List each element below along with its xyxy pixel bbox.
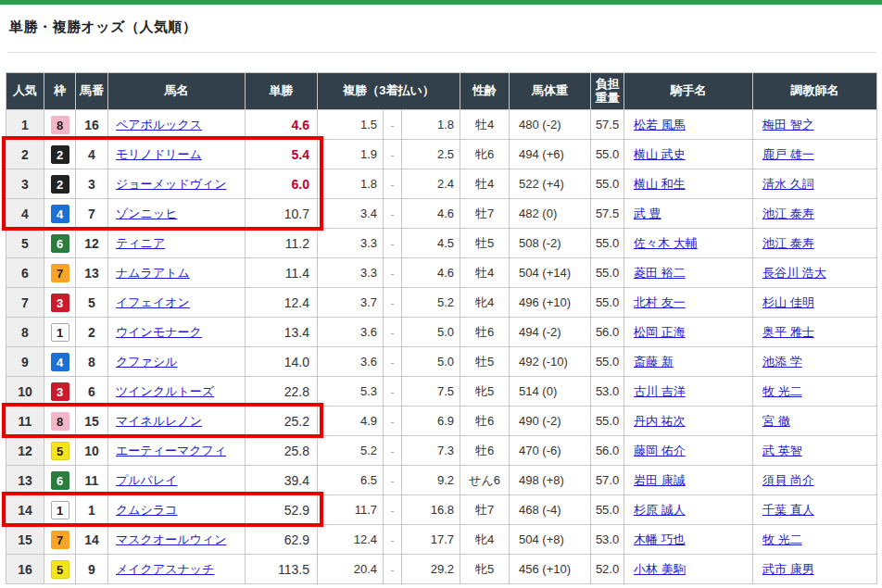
jockey-link[interactable]: 松若 風馬 — [634, 118, 686, 131]
win-odds-value: 6.0 — [246, 169, 318, 199]
frame-number-badge: 6 — [51, 471, 69, 490]
jockey-link[interactable]: 横山 武史 — [634, 147, 686, 161]
trainer-link[interactable]: 須貝 尚介 — [762, 473, 814, 487]
horse-name-link[interactable]: ペアポルックス — [116, 118, 202, 131]
trainer-cell: 牧 光二 — [753, 377, 877, 407]
sex-age: 牝5 — [460, 377, 510, 407]
jockey-link[interactable]: 丹内 祐次 — [634, 414, 686, 428]
horse-name-link[interactable]: モリノドリーム — [116, 147, 202, 161]
trainer-link[interactable]: 梅田 智之 — [762, 118, 814, 131]
horse-name-cell: ナムラアトム — [108, 258, 246, 288]
trainer-cell: 池江 泰寿 — [753, 199, 877, 229]
jockey-link[interactable]: 杉原 誠人 — [634, 503, 686, 517]
trainer-link[interactable]: 武市 康男 — [762, 562, 814, 576]
horse-name-link[interactable]: プルパレイ — [116, 473, 178, 487]
horse-weight: 522 (+4) — [510, 169, 591, 199]
jockey-link[interactable]: 斎藤 新 — [634, 355, 674, 369]
frame-number-cell: 5 — [44, 555, 76, 584]
horse-name-cell: メイクアスナッチ — [108, 555, 246, 584]
frame-number-cell: 7 — [44, 258, 76, 288]
horse-name-link[interactable]: メイクアスナッチ — [116, 562, 214, 576]
horse-number: 6 — [76, 377, 108, 407]
jockey-link[interactable]: 木幡 巧也 — [634, 532, 686, 546]
horse-name-link[interactable]: クファシル — [116, 355, 178, 369]
trainer-link[interactable]: 牧 光二 — [762, 384, 802, 398]
horse-name-link[interactable]: ジョーメッドヴィン — [116, 177, 226, 191]
jockey-link[interactable]: 小林 美駒 — [634, 562, 686, 576]
trainer-link[interactable]: 池添 学 — [762, 355, 802, 369]
horse-name-link[interactable]: ツインクルトーズ — [116, 384, 214, 398]
popularity-rank: 14 — [6, 495, 44, 525]
horse-number: 10 — [76, 436, 108, 466]
jockey-cell: 松若 風馬 — [624, 110, 753, 140]
jockey-link[interactable]: 古川 吉洋 — [634, 384, 686, 398]
jockey-link[interactable]: 菱田 裕二 — [634, 266, 686, 280]
frame-number-badge: 5 — [51, 442, 69, 460]
horse-name-link[interactable]: エーティーマクフィ — [116, 444, 226, 457]
sex-age: 牡4 — [460, 169, 510, 199]
trainer-link[interactable]: 千葉 直人 — [762, 503, 814, 517]
trainer-link[interactable]: 池江 泰寿 — [762, 236, 814, 250]
frame-number-badge: 2 — [51, 145, 69, 164]
horse-name-link[interactable]: ウインモナーク — [116, 325, 202, 339]
jockey-link[interactable]: 佐々木 大輔 — [634, 236, 698, 250]
horse-weight: 490 (-2) — [510, 407, 591, 436]
header-frame: 枠 — [44, 73, 76, 110]
popularity-rank: 2 — [6, 140, 44, 169]
horse-name-cell: プルパレイ — [108, 466, 246, 495]
trainer-link[interactable]: 宮 徹 — [762, 414, 790, 428]
win-odds-value: 11.4 — [246, 258, 318, 288]
horse-name-link[interactable]: マイネルレノン — [116, 414, 202, 428]
popularity-rank: 12 — [6, 436, 44, 466]
page-title: 単勝・複勝オッズ（人気順） — [9, 19, 197, 36]
horse-name-cell: イフェイオン — [108, 288, 246, 318]
horse-number: 7 — [76, 199, 108, 229]
horse-name-link[interactable]: イフェイオン — [116, 295, 190, 309]
trainer-link[interactable]: 池江 泰寿 — [762, 206, 814, 220]
jockey-link[interactable]: 北村 友一 — [634, 295, 686, 309]
frame-number-cell: 4 — [44, 199, 76, 229]
frame-number-badge: 3 — [51, 382, 69, 401]
horse-weight: 492 (-10) — [510, 347, 591, 377]
trainer-link[interactable]: 牧 光二 — [762, 532, 802, 546]
horse-name-link[interactable]: マスクオールウィン — [116, 532, 226, 546]
horse-name-link[interactable]: クムシラコ — [116, 503, 178, 517]
table-row: 14 1 1 クムシラコ 52.9 11.7 - 16.8 牡7 468 (-4… — [6, 495, 877, 525]
trainer-link[interactable]: 武 英智 — [762, 444, 802, 457]
place-odds-separator: - — [384, 258, 402, 288]
header-sex-age: 性齢 — [460, 73, 510, 110]
place-odds-high: 5.0 — [402, 347, 460, 377]
trainer-link[interactable]: 清水 久詞 — [762, 177, 814, 191]
trainer-cell: 清水 久詞 — [753, 169, 877, 199]
jockey-link[interactable]: 藤岡 佑介 — [634, 444, 686, 457]
sex-age: 牡6 — [460, 318, 510, 347]
horse-weight: 470 (-6) — [510, 436, 591, 466]
horse-name-link[interactable]: ゾンニッヒ — [116, 206, 178, 220]
jockey-link[interactable]: 武 豊 — [634, 206, 662, 220]
place-odds-high: 7.5 — [402, 377, 460, 407]
trainer-link[interactable]: 鹿戸 雄一 — [762, 147, 814, 161]
trainer-link[interactable]: 長谷川 浩大 — [762, 266, 826, 280]
place-odds-low: 3.6 — [318, 347, 384, 377]
win-odds-value: 10.7 — [246, 199, 318, 229]
horse-name-link[interactable]: ティニア — [116, 236, 165, 250]
horse-weight: 482 (0) — [510, 199, 591, 229]
horse-weight: 494 (-2) — [510, 318, 591, 347]
jockey-link[interactable]: 岩田 康誠 — [634, 473, 686, 487]
win-odds-value: 39.4 — [246, 466, 318, 495]
horse-number: 8 — [76, 347, 108, 377]
trainer-link[interactable]: 奥平 雅士 — [762, 325, 814, 339]
place-odds-low: 5.3 — [318, 377, 384, 407]
horse-name-link[interactable]: ナムラアトム — [116, 266, 190, 280]
carried-weight: 55.0 — [591, 140, 624, 169]
jockey-link[interactable]: 横山 和生 — [634, 177, 686, 191]
table-row: 6 7 13 ナムラアトム 11.4 3.3 - 4.6 牡4 504 (+14… — [6, 258, 877, 288]
trainer-link[interactable]: 杉山 佳明 — [762, 295, 814, 309]
place-odds-high: 7.3 — [402, 436, 460, 466]
horse-number: 2 — [76, 318, 108, 347]
horse-number: 14 — [76, 525, 108, 555]
frame-number-badge: 8 — [51, 412, 69, 431]
place-odds-separator: - — [384, 495, 402, 525]
frame-number-badge: 4 — [51, 353, 69, 371]
jockey-link[interactable]: 松岡 正海 — [634, 325, 686, 339]
